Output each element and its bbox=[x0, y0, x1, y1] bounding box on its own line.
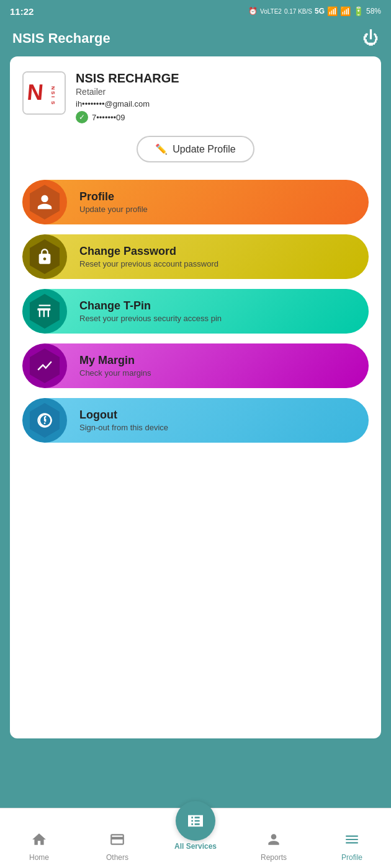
svg-text:I: I bbox=[50, 96, 56, 97]
logout-menu-subtitle: Sign-out from this device bbox=[79, 423, 356, 432]
status-bar: 11:22 ⏰ VoLTE2 0.17 KB/S 5G 📶 📶 🔋 58% bbox=[0, 0, 391, 22]
logout-menu-title: Logout bbox=[79, 409, 356, 422]
menu-item-profile[interactable]: Profile Update your profile bbox=[22, 180, 369, 224]
battery-label: 58% bbox=[366, 7, 381, 16]
home-icon bbox=[31, 831, 47, 851]
network-label: VoLTE2 bbox=[260, 8, 282, 15]
alarm-icon: ⏰ bbox=[248, 7, 258, 16]
profile-header: N N S I S NSIS RECHARGE Retailer ih•••••… bbox=[22, 71, 369, 123]
all-services-circle bbox=[176, 801, 215, 841]
profile-app-name: NSIS RECHARGE bbox=[76, 71, 369, 86]
main-content: N N S I S NSIS RECHARGE Retailer ih•••••… bbox=[10, 56, 381, 738]
others-label: Others bbox=[106, 853, 128, 862]
menu-item-password[interactable]: Change Password Reset your previous acco… bbox=[22, 234, 369, 279]
signal-bars-2: 📶 bbox=[340, 6, 351, 16]
app-header: NSIS Recharge ⏻ bbox=[0, 22, 391, 56]
profile-phone-row: ✓ 7•••••••09 bbox=[76, 111, 369, 123]
logout-menu-text: Logout Sign-out from this device bbox=[67, 409, 369, 432]
profile-icon-wrap bbox=[22, 180, 67, 224]
profile-role: Retailer bbox=[76, 87, 369, 97]
menu-item-logout[interactable]: Logout Sign-out from this device bbox=[22, 398, 369, 443]
margin-menu-title: My Margin bbox=[79, 354, 356, 367]
menu-item-tpin[interactable]: Change T-Pin Reset your previous securit… bbox=[22, 289, 369, 334]
margin-icon-wrap bbox=[22, 343, 67, 388]
battery-icon: 🔋 bbox=[353, 6, 364, 16]
power-button[interactable]: ⏻ bbox=[362, 29, 379, 48]
nav-all-services[interactable]: All Services bbox=[156, 801, 235, 851]
svg-text:S: S bbox=[50, 91, 56, 95]
logout-icon-wrap bbox=[22, 398, 67, 443]
password-menu-title: Change Password bbox=[79, 245, 356, 258]
profile-email: ih••••••••@gmail.com bbox=[76, 99, 369, 108]
signal-bars-1: 📶 bbox=[327, 6, 338, 16]
tpin-menu-text: Change T-Pin Reset your previous securit… bbox=[67, 299, 369, 323]
all-services-label: All Services bbox=[174, 842, 217, 851]
margin-menu-text: My Margin Check your margins bbox=[67, 354, 369, 378]
tpin-menu-icon bbox=[27, 294, 62, 329]
profile-info: NSIS RECHARGE Retailer ih••••••••@gmail.… bbox=[76, 71, 369, 123]
signal-label: 5G bbox=[315, 7, 325, 16]
password-menu-text: Change Password Reset your previous acco… bbox=[67, 245, 369, 268]
tpin-menu-title: Change T-Pin bbox=[79, 299, 356, 312]
password-menu-subtitle: Reset your previous account password bbox=[79, 259, 356, 268]
profile-hamburger-icon bbox=[344, 831, 360, 851]
update-profile-button[interactable]: ✏️ Update Profile bbox=[137, 136, 254, 162]
profile-menu-icon bbox=[27, 185, 62, 219]
status-icons: ⏰ VoLTE2 0.17 KB/S 5G 📶 📶 🔋 58% bbox=[248, 6, 381, 16]
profile-phone: 7•••••••09 bbox=[92, 113, 125, 122]
others-icon bbox=[109, 831, 125, 851]
bottom-navigation: Home Others All Services Reports Profile bbox=[0, 808, 391, 868]
profile-label: Profile bbox=[341, 853, 362, 862]
data-speed: 0.17 KB/S bbox=[284, 8, 312, 15]
profile-menu-title: Profile bbox=[79, 190, 356, 203]
margin-menu-subtitle: Check your margins bbox=[79, 368, 356, 378]
status-time: 11:22 bbox=[10, 6, 34, 17]
app-title: NSIS Recharge bbox=[12, 30, 110, 46]
nav-reports[interactable]: Reports bbox=[235, 831, 313, 862]
pencil-icon: ✏️ bbox=[155, 143, 168, 155]
password-icon-wrap bbox=[22, 234, 67, 279]
nsis-logo-svg: N N S I S bbox=[25, 76, 63, 110]
tpin-menu-subtitle: Reset your previous security access pin bbox=[79, 314, 356, 323]
profile-menu-subtitle: Update your profile bbox=[79, 205, 356, 214]
nav-others[interactable]: Others bbox=[78, 831, 156, 862]
nav-home[interactable]: Home bbox=[0, 831, 78, 862]
reports-icon bbox=[266, 831, 282, 851]
tpin-icon-wrap bbox=[22, 289, 67, 334]
home-label: Home bbox=[29, 853, 49, 862]
reports-label: Reports bbox=[261, 853, 287, 862]
app-logo: N N S I S bbox=[22, 71, 66, 115]
svg-text:N: N bbox=[50, 86, 56, 90]
logout-menu-icon bbox=[27, 403, 62, 438]
update-profile-label: Update Profile bbox=[173, 144, 235, 155]
svg-text:N: N bbox=[26, 79, 45, 105]
margin-menu-icon bbox=[27, 348, 62, 383]
profile-menu-text: Profile Update your profile bbox=[67, 190, 369, 214]
password-menu-icon bbox=[27, 239, 62, 274]
svg-text:S: S bbox=[50, 101, 56, 105]
menu-item-margin[interactable]: My Margin Check your margins bbox=[22, 343, 369, 388]
nav-profile[interactable]: Profile bbox=[313, 849, 391, 862]
verified-icon: ✓ bbox=[76, 111, 88, 123]
